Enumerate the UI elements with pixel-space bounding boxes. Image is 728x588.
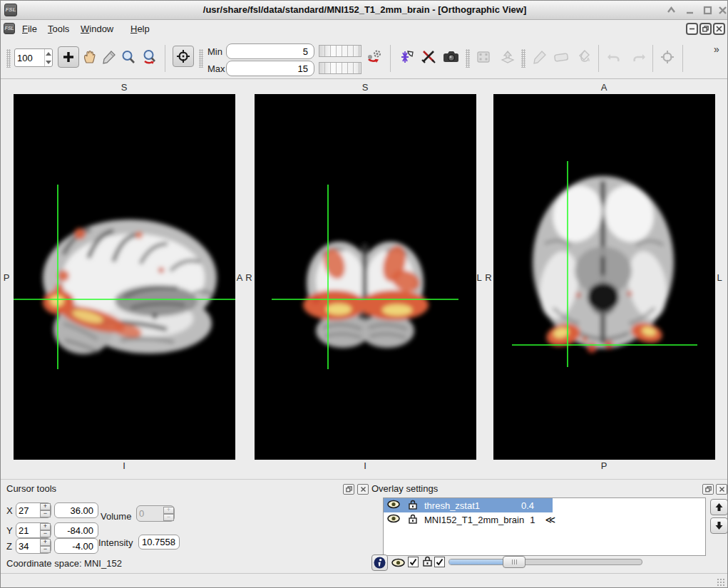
maximize-window-button[interactable] [701, 4, 714, 16]
zoom-reset-icon[interactable] [140, 48, 159, 66]
x-voxel-input[interactable] [16, 503, 40, 517]
slider-handle[interactable] [503, 556, 526, 568]
menu-tools[interactable]: Tools [48, 24, 69, 34]
overlay-move-down-button[interactable] [710, 517, 728, 534]
axial-canvas[interactable] [493, 94, 715, 460]
toolbar-separator-3 [598, 45, 599, 72]
mdi-restore-button[interactable] [699, 23, 712, 35]
zoom-spinner[interactable] [14, 48, 53, 67]
overlay-toggle-eye-icon[interactable] [391, 558, 405, 569]
redo-icon[interactable] [630, 48, 648, 66]
draw-pencil-icon[interactable] [530, 48, 549, 66]
sagittal-canvas[interactable] [14, 94, 235, 460]
axial-bottom-label: P [599, 460, 609, 471]
export-overlay-icon[interactable] [498, 48, 517, 66]
cursor-tools-close-button[interactable] [357, 484, 369, 495]
screenshot-camera-icon[interactable] [442, 48, 461, 66]
zoom-down-button[interactable] [45, 58, 53, 66]
shade-window-button[interactable] [665, 4, 677, 16]
overlay-link-checkbox[interactable] [434, 557, 445, 567]
z-world-input[interactable] [54, 538, 98, 554]
overlay-settings-detach-button[interactable] [702, 484, 714, 495]
undo-icon[interactable] [605, 48, 623, 66]
locate-crosshair-icon[interactable] [658, 48, 677, 66]
edit-transform-icon[interactable] [420, 48, 439, 66]
magnify-icon[interactable] [119, 48, 138, 66]
cursor-tools-detach-button[interactable] [343, 484, 354, 495]
overlay-visible-checkbox[interactable] [408, 557, 419, 567]
minimize-window-button[interactable] [683, 4, 696, 16]
y-voxel-input[interactable] [16, 523, 40, 537]
overlay-row-mni152[interactable]: MNI152_T1_2mm_brain 1 ≪ [384, 512, 569, 527]
overlay-value: 0.4 [521, 500, 534, 511]
sagittal-bottom-label: I [119, 460, 129, 471]
min-input[interactable] [226, 43, 314, 59]
y-decrement-button[interactable]: − [40, 530, 51, 537]
overlay-opacity-slider[interactable] [448, 559, 642, 565]
zoom-level-input[interactable] [15, 49, 44, 66]
crosshair-mode-button[interactable] [173, 46, 194, 67]
overlay-move-up-button[interactable] [710, 499, 728, 515]
overlay-collapse-chevron[interactable]: ≪ [545, 514, 555, 525]
y-world-input[interactable] [54, 522, 98, 538]
toolbar-drag-handle-3[interactable] [466, 49, 470, 68]
ortho-view-panel: S I P A S I R L A P R L [1, 79, 728, 480]
z-voxel-spinner[interactable]: + − [16, 538, 51, 554]
z-axis-label: Z [6, 541, 12, 552]
min-range-bar[interactable] [319, 45, 362, 57]
menu-help[interactable]: Help [130, 24, 150, 34]
fsl-mdi-icon: FSL [4, 23, 15, 34]
toolbar-drag-handle-4[interactable] [521, 49, 526, 68]
overlay-visible-eye-icon[interactable] [387, 500, 400, 511]
menu-window[interactable]: Window [81, 24, 113, 34]
z-voxel-input[interactable] [16, 539, 40, 553]
eraser-icon[interactable] [552, 48, 570, 66]
overlay-settings-panel: Overlay settings thresh_zstat1 0.4 [369, 480, 728, 573]
overlay-lock-icon[interactable] [409, 500, 417, 512]
overlay-info-button[interactable] [371, 555, 388, 571]
overlay-row-thresh-zstat1[interactable]: thresh_zstat1 0.4 [384, 498, 553, 512]
zoom-up-button[interactable] [45, 49, 53, 58]
overlay-lock-icon-2[interactable] [409, 514, 417, 526]
slider-fill [449, 559, 511, 564]
overlay-display-settings-icon[interactable] [366, 48, 384, 66]
axial-top-label: A [599, 82, 609, 93]
volume-decrement-button: − [163, 514, 174, 521]
overlay-lock-toggle-icon[interactable] [423, 556, 432, 569]
x-voxel-spinner[interactable]: + − [16, 502, 51, 518]
toolbar-overflow-chevron[interactable]: » [714, 43, 719, 55]
x-world-input[interactable] [54, 502, 98, 518]
coronal-left-label: R [244, 272, 254, 283]
mdi-minimize-button[interactable] [686, 23, 698, 35]
cursor-tools-title: Cursor tools [6, 483, 56, 494]
toolbar-separator [165, 45, 165, 72]
overlay-list[interactable]: thresh_zstat1 0.4 MNI152_T1_2mm_brain 1 … [383, 497, 706, 556]
sagittal-right-label: A [235, 272, 245, 283]
toolbar-separator-2 [390, 45, 391, 72]
toolbar-drag-handle[interactable] [6, 49, 11, 68]
max-range-bar[interactable] [319, 62, 362, 74]
cluster-tool-icon[interactable] [397, 48, 416, 66]
pan-hand-icon[interactable] [81, 48, 99, 66]
edit-pencil-icon[interactable] [100, 48, 118, 66]
x-decrement-button[interactable]: − [40, 510, 51, 517]
resize-grip[interactable] [717, 578, 725, 587]
menu-file[interactable]: File [22, 24, 37, 34]
toolbar-drag-handle-2[interactable] [199, 49, 203, 68]
y-voxel-spinner[interactable]: + − [16, 522, 51, 538]
status-bar [1, 573, 728, 588]
overlay-settings-close-button[interactable] [716, 484, 727, 495]
mdi-close-button[interactable] [713, 23, 725, 35]
y-axis-label: Y [6, 525, 13, 536]
z-decrement-button[interactable]: − [40, 546, 51, 553]
coronal-canvas[interactable] [255, 94, 476, 460]
fill-bucket-icon[interactable] [575, 48, 593, 66]
overlay-name-2: MNI152_T1_2mm_brain [424, 515, 524, 525]
zoom-plus-button[interactable] [58, 46, 79, 68]
close-window-button[interactable] [716, 4, 728, 16]
overlay-visible-eye-icon-2[interactable] [387, 514, 400, 525]
toolbar-separator-5 [682, 45, 683, 72]
max-input[interactable] [226, 61, 314, 76]
coronal-top-label: S [360, 82, 370, 93]
movie-mode-icon[interactable] [474, 48, 493, 66]
